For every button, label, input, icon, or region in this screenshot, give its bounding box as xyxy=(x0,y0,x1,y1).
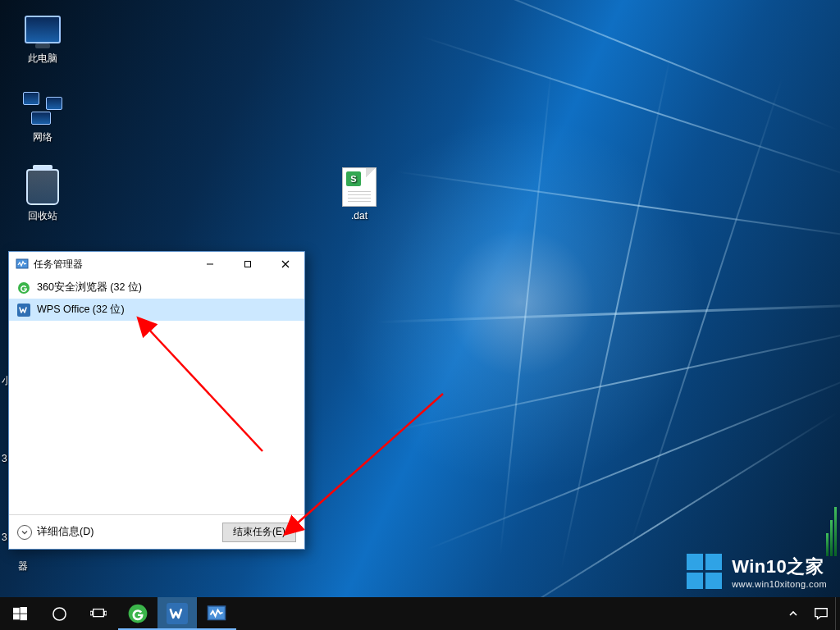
tray-expand-button[interactable] xyxy=(779,609,807,619)
chevron-up-icon xyxy=(788,609,798,619)
wps-icon xyxy=(167,603,188,624)
process-list[interactable]: 360安全浏览器 (32 位) WPS Office (32 位) xyxy=(9,276,304,514)
start-button[interactable] xyxy=(0,597,39,630)
svg-rect-2 xyxy=(245,262,251,267)
chevron-down-icon xyxy=(17,525,32,540)
watermark-url: www.win10xitong.com xyxy=(732,579,827,589)
desktop-icon-this-pc[interactable]: 此电脑 xyxy=(11,10,74,64)
process-row[interactable]: WPS Office (32 位) xyxy=(9,299,304,321)
taskmgr-icon xyxy=(207,604,226,623)
svg-rect-11 xyxy=(13,614,20,619)
desktop-icon-label: 回收站 xyxy=(11,210,74,221)
windows-icon xyxy=(13,607,27,621)
cropped-label: 3 xyxy=(2,453,7,464)
ie-360-icon xyxy=(17,281,30,294)
monitor-icon xyxy=(25,16,61,43)
system-tray[interactable] xyxy=(779,597,835,630)
desktop-icon-label: 网络 xyxy=(11,131,74,143)
circle-icon xyxy=(52,606,67,622)
desktop-icon-network[interactable]: 网络 xyxy=(11,89,74,143)
process-name: 360安全浏览器 (32 位) xyxy=(37,281,142,294)
windows-logo-icon xyxy=(687,554,722,589)
ie-360-icon xyxy=(127,603,148,624)
desktop-icon-dat-file[interactable]: S .dat xyxy=(328,167,390,221)
svg-rect-16 xyxy=(104,611,107,615)
equalizer-indicator xyxy=(826,507,837,556)
cortana-button[interactable] xyxy=(39,597,79,630)
task-view-button[interactable] xyxy=(79,597,118,630)
close-button[interactable] xyxy=(267,252,304,276)
cropped-label: 3 xyxy=(2,532,7,543)
desktop[interactable]: 此电脑 网络 回收站 S .dat 小 3 3 器 任务管理器 xyxy=(0,0,840,630)
svg-rect-12 xyxy=(20,614,27,620)
end-task-button[interactable]: 结束任务(E) xyxy=(222,523,296,542)
process-name: WPS Office (32 位) xyxy=(37,303,125,317)
watermark: Win10之家 www.win10xitong.com xyxy=(687,554,827,589)
taskmgr-icon xyxy=(16,258,29,271)
taskbar-app-360browser[interactable] xyxy=(118,597,158,630)
action-center-button[interactable] xyxy=(807,606,835,621)
desktop-icon-label: 此电脑 xyxy=(11,52,74,64)
watermark-title: Win10之家 xyxy=(732,555,827,579)
desktop-icon-recycle-bin[interactable]: 回收站 xyxy=(11,167,74,221)
taskbar[interactable] xyxy=(0,597,840,630)
taskview-icon xyxy=(90,607,107,620)
desktop-icon-label: .dat xyxy=(328,210,390,221)
action-center-icon xyxy=(814,606,829,621)
taskbar-app-wps[interactable] xyxy=(158,597,197,630)
svg-rect-9 xyxy=(13,607,20,613)
svg-rect-10 xyxy=(20,607,27,614)
window-footer: 详细信息(D) 结束任务(E) xyxy=(9,514,304,549)
titlebar[interactable]: 任务管理器 xyxy=(9,252,304,276)
recycle-bin-icon xyxy=(26,169,59,205)
maximize-button[interactable] xyxy=(229,252,267,276)
svg-point-13 xyxy=(52,607,65,619)
file-icon: S xyxy=(342,167,377,207)
svg-rect-15 xyxy=(90,611,93,615)
svg-rect-14 xyxy=(94,609,104,617)
window-title: 任务管理器 xyxy=(34,258,83,272)
wps-icon xyxy=(17,304,30,317)
more-details-label: 详细信息(D) xyxy=(37,525,94,539)
minimize-button[interactable] xyxy=(191,252,229,276)
more-details-toggle[interactable]: 详细信息(D) xyxy=(17,525,94,540)
process-row[interactable]: 360安全浏览器 (32 位) xyxy=(9,276,304,299)
network-icon xyxy=(23,92,62,125)
task-manager-window[interactable]: 任务管理器 360安全浏览器 (32 位) WPS Office (32 位) … xyxy=(8,251,305,550)
svg-line-8 xyxy=(295,394,443,525)
cropped-label: 器 xyxy=(18,559,28,573)
show-desktop-button[interactable] xyxy=(835,597,840,630)
taskbar-app-taskmgr[interactable] xyxy=(197,597,236,630)
